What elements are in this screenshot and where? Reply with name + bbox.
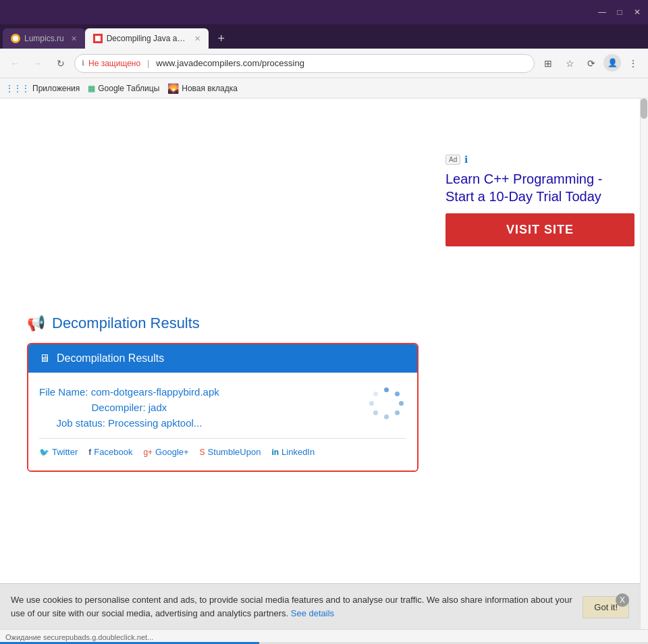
bookmark-newtab-label: Новая вкладка — [182, 84, 238, 93]
cookie-banner: We use cookies to personalise content an… — [0, 583, 640, 629]
ad-section: Ad ℹ Learn C++ Programming - Start a 10-… — [446, 154, 634, 246]
result-text: File Name: com-dotgears-flappybird.apk D… — [39, 386, 219, 433]
reload-button[interactable]: ↻ — [51, 54, 70, 73]
googleplus-label: Google+ — [155, 447, 189, 457]
facebook-label: Facebook — [94, 447, 132, 457]
result-info: File Name: com-dotgears-flappybird.apk D… — [39, 386, 406, 433]
tab-javadecompilers-label: Decompiling Java and Android a — [107, 34, 188, 43]
cookie-details-link[interactable]: See details — [291, 608, 334, 618]
menu-icon[interactable]: ⋮ — [624, 54, 643, 73]
ad-title: Learn C++ Programming - Start a 10-Day T… — [446, 170, 634, 205]
translate-icon[interactable]: ⊞ — [539, 54, 558, 73]
title-bar: — □ ✕ — [0, 0, 648, 24]
bookmark-apps-label: Приложения — [32, 84, 80, 93]
forward-button[interactable]: → — [28, 54, 47, 73]
minimize-button[interactable]: — — [597, 7, 608, 18]
card-header-label: Decompilation Results — [57, 352, 164, 365]
card-header-icon: 🖥 — [39, 352, 50, 365]
spinner-dot-5 — [384, 414, 389, 419]
ad-label: Ad ℹ — [446, 154, 634, 165]
twitter-icon: 🐦 — [39, 448, 49, 457]
address-bar[interactable]: ℹ Не защищено | www.javadecompilers.com/… — [74, 54, 535, 73]
tab-javadecompilers-close[interactable]: ✕ — [194, 34, 200, 43]
new-tab-button[interactable]: + — [211, 28, 232, 49]
spinner-dot-4 — [395, 410, 400, 415]
facebook-link[interactable]: f Facebook — [88, 447, 132, 457]
result-card: 🖥 Decompilation Results File Name: com-d… — [27, 343, 418, 472]
spinner-dot-8 — [373, 392, 378, 396]
tab-javadecompilers[interactable]: Decompiling Java and Android a ✕ — [85, 28, 209, 49]
linkedin-icon: in — [271, 448, 279, 457]
scrollbar-thumb[interactable] — [641, 99, 647, 119]
spinner-dot-1 — [384, 387, 389, 392]
account-icon[interactable]: 👤 — [603, 54, 621, 72]
stumbleupon-link[interactable]: S StumbleUpon — [200, 447, 261, 457]
page-inner: 📢 Decompilation Results 🖥 Decompilation … — [0, 99, 648, 629]
bookmark-sheets[interactable]: ▦ Google Таблицы — [88, 84, 159, 93]
back-button[interactable]: ← — [5, 54, 24, 73]
tab-lumpics-label: Lumpics.ru — [24, 34, 64, 43]
status-bar: Ожидание securepubads.g.doubleclick.net.… — [0, 629, 648, 644]
section-heading: 📢 Decompilation Results — [27, 315, 626, 332]
spinner-dot-2 — [395, 392, 400, 396]
bookmarks-bar: ⋮⋮⋮ Приложения ▦ Google Таблицы 🌄 Новая … — [0, 78, 648, 99]
facebook-icon: f — [88, 448, 91, 457]
window-controls: — □ ✕ — [597, 7, 643, 18]
close-button[interactable]: ✕ — [632, 7, 643, 18]
bookmark-sheets-label: Google Таблицы — [98, 84, 159, 93]
sheets-icon: ▦ — [88, 84, 95, 93]
ad-info-icon: ℹ — [464, 154, 468, 165]
linkedin-label: LinkedIn — [281, 447, 315, 457]
lumpics-favicon — [11, 34, 20, 43]
visit-site-button[interactable]: VISIT SITE — [446, 213, 634, 246]
loading-spinner — [369, 386, 406, 423]
linkedin-link[interactable]: in LinkedIn — [271, 447, 315, 457]
favicon-inner — [95, 36, 101, 41]
file-name: File Name: com-dotgears-flappybird.apk — [39, 386, 219, 398]
cookie-close-button[interactable]: X — [616, 593, 629, 607]
separator: | — [147, 59, 149, 68]
result-card-body: File Name: com-dotgears-flappybird.apk D… — [28, 373, 417, 471]
heading-icon: 📢 — [27, 315, 45, 332]
result-card-header: 🖥 Decompilation Results — [28, 344, 417, 373]
scrollbar[interactable] — [640, 99, 648, 629]
apps-icon: ⋮⋮⋮ — [5, 84, 30, 93]
googleplus-link[interactable]: g+ Google+ — [143, 447, 188, 457]
googleplus-icon: g+ — [143, 448, 153, 457]
spinner-dot-6 — [373, 410, 378, 415]
stumbleupon-icon: S — [200, 448, 205, 457]
ad-badge: Ad — [446, 155, 460, 165]
maximize-button[interactable]: □ — [614, 7, 625, 18]
decompiler: Decompiler: jadx — [39, 402, 219, 413]
page-content: 📢 Decompilation Results 🖥 Decompilation … — [0, 99, 648, 629]
stumbleupon-label: StumbleUpon — [208, 447, 261, 457]
newtab-icon: 🌄 — [167, 83, 179, 94]
tabs-bar: Lumpics.ru ✕ Decompiling Java and Androi… — [0, 24, 648, 49]
spinner-dot-3 — [399, 401, 404, 406]
bookmark-newtab[interactable]: 🌄 Новая вкладка — [167, 83, 238, 94]
job-status: Job status: Processing apktool... — [39, 417, 219, 429]
url-text: www.javadecompilers.com/processing — [156, 58, 527, 68]
toolbar: ← → ↻ ℹ Не защищено | www.javadecompiler… — [0, 49, 648, 78]
cookie-link-text: See details — [291, 608, 334, 618]
browser-window: — □ ✕ Lumpics.ru ✕ Decompiling Java and … — [0, 0, 648, 644]
lock-icon: ℹ — [82, 59, 84, 68]
bookmark-icon[interactable]: ☆ — [560, 54, 579, 73]
chrome-update-icon[interactable]: ⟳ — [582, 54, 601, 73]
social-bar: 🐦 Twitter f Facebook g+ Google+ — [39, 438, 406, 457]
javadecompilers-favicon — [93, 34, 103, 43]
twitter-link[interactable]: 🐦 Twitter — [39, 447, 78, 457]
page-main: 📢 Decompilation Results 🖥 Decompilation … — [0, 288, 640, 496]
section-heading-text: Decompilation Results — [52, 315, 200, 332]
tab-lumpics[interactable]: Lumpics.ru ✕ — [3, 28, 85, 49]
security-label: Не защищено — [88, 59, 140, 68]
bookmark-apps[interactable]: ⋮⋮⋮ Приложения — [5, 84, 80, 93]
status-text: Ожидание securepubads.g.doubleclick.net.… — [5, 633, 153, 641]
twitter-label: Twitter — [52, 447, 78, 457]
tab-lumpics-close[interactable]: ✕ — [71, 34, 77, 43]
spinner-dot-7 — [369, 401, 374, 406]
toolbar-icons: ⊞ ☆ ⟳ 👤 ⋮ — [539, 54, 643, 73]
cookie-text: We use cookies to personalise content an… — [11, 593, 574, 620]
